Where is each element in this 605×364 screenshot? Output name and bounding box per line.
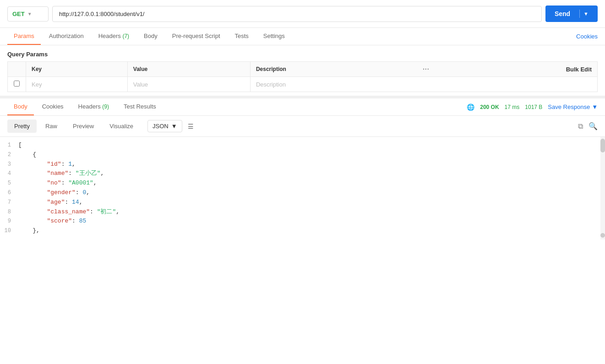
table-row: Key Value Description [8,77,598,92]
key-cell[interactable]: Key [26,77,128,92]
save-response-button[interactable]: Save Response ▼ [548,103,598,110]
fmt-raw[interactable]: Raw [38,120,64,133]
fmt-pretty[interactable]: Pretty [7,120,37,133]
send-label: Send [555,10,576,17]
response-meta: 🌐 200 OK 17 ms 1017 B Save Response ▼ [467,103,598,111]
code-area: 1 [ 2 { 3 "id": 1, 4 "name": "王小乙", [0,137,605,239]
code-line-3: 3 "id": 1, [0,160,605,169]
response-tabs: Body Cookies Headers (9) Test Results 🌐 … [0,98,605,116]
json-format-select[interactable]: JSON ▼ [147,120,182,132]
filter-icon[interactable]: ☰ [188,123,194,130]
query-params-title: Query Params [0,45,605,61]
scrollbar-thumb-top [600,139,605,152]
params-table: Key Value Description ··· Bulk Edit Key [7,61,598,92]
format-bar: Pretty Raw Preview Visualize JSON ▼ ☰ ⧉ … [0,116,605,137]
bulk-edit-label[interactable]: Bulk Edit [566,66,592,73]
save-response-chevron-icon: ▼ [592,103,598,110]
status-badge: 200 OK [480,104,499,110]
resp-tab-cookies[interactable]: Cookies [36,98,70,115]
tab-prerequest[interactable]: Pre-request Script [166,28,227,45]
params-table-wrapper: Key Value Description ··· Bulk Edit Key [0,61,605,92]
cookies-link[interactable]: Cookies [576,33,598,40]
th-description: Description ··· Bulk Edit [250,62,597,77]
send-chevron-icon: ▼ [583,11,589,16]
scrollbar-vertical[interactable] [600,137,605,239]
tab-tests[interactable]: Tests [229,28,255,45]
format-bar-right: ⧉ 🔍 [578,122,598,130]
url-bar: GET ▼ Send ▼ [0,0,605,28]
send-button[interactable]: Send ▼ [545,5,598,22]
search-icon[interactable]: 🔍 [589,122,598,130]
globe-icon: 🌐 [467,103,474,111]
tab-settings[interactable]: Settings [257,28,291,45]
code-line-9: 9 "score": 85 [0,217,605,226]
tab-authorization[interactable]: Authorization [43,28,90,45]
resp-tab-headers[interactable]: Headers (9) [72,98,115,115]
code-line-2: 2 { [0,150,605,160]
method-select[interactable]: GET ▼ [7,6,49,22]
code-line-6: 6 "gender": 0, [0,188,605,198]
response-section: Body Cookies Headers (9) Test Results 🌐 … [0,96,605,239]
url-input[interactable] [52,6,542,22]
more-options-icon[interactable]: ··· [423,65,430,73]
code-line-8: 8 "class_name": "初二", [0,207,605,217]
th-key: Key [26,62,128,77]
fmt-preview[interactable]: Preview [66,120,101,133]
scrollbar-thumb-bottom [600,233,605,238]
response-size: 1017 B [525,104,542,110]
code-line-10: 10 }, [0,226,605,236]
code-line-1: 1 [ [0,141,605,150]
code-line-7: 7 "age": 14, [0,198,605,207]
json-code: 1 [ 2 { 3 "id": 1, 4 "name": "王小乙", [0,137,605,239]
method-label: GET [12,11,25,17]
tab-params[interactable]: Params [7,28,41,45]
row-checkbox-cell [8,77,26,92]
resp-tab-testresults[interactable]: Test Results [117,98,163,115]
response-time: 17 ms [505,104,520,110]
th-checkbox [8,62,26,77]
row-checkbox[interactable] [14,81,20,87]
description-cell[interactable]: Description [250,77,597,92]
request-tabs: Params Authorization Headers (7) Body Pr… [0,28,605,45]
json-select-chevron-icon: ▼ [171,123,177,130]
tab-headers[interactable]: Headers (7) [92,28,136,45]
fmt-visualize[interactable]: Visualize [103,120,140,133]
code-line-5: 5 "no": "A0001", [0,179,605,188]
th-value: Value [127,62,250,77]
resp-tab-body[interactable]: Body [7,98,34,115]
code-line-4: 4 "name": "王小乙", [0,169,605,179]
send-divider [579,10,580,18]
copy-icon[interactable]: ⧉ [578,122,583,130]
method-chevron-icon: ▼ [27,11,32,16]
value-cell[interactable]: Value [127,77,250,92]
tab-body[interactable]: Body [137,28,164,45]
